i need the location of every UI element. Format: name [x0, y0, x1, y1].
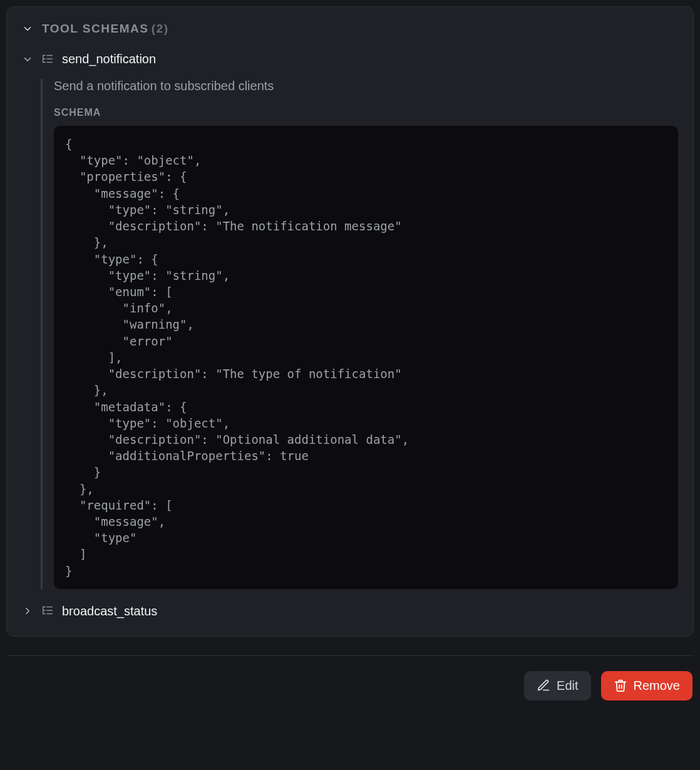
schema-tree-icon [41, 53, 54, 66]
schema-code-block[interactable]: { "type": "object", "properties": { "mes… [54, 126, 678, 589]
remove-button-label: Remove [634, 679, 680, 693]
tool-header[interactable]: broadcast_status [22, 602, 678, 621]
trash-icon [614, 679, 627, 692]
tool-schemas-header[interactable]: TOOL SCHEMAS (2) [22, 22, 678, 36]
section-title-wrap: TOOL SCHEMAS (2) [42, 22, 169, 36]
tool-name: broadcast_status [62, 604, 157, 619]
chevron-down-icon [22, 54, 33, 65]
footer-divider [6, 655, 694, 656]
chevron-right-icon [22, 605, 33, 617]
tool-item-send-notification: send_notification Send a notification to… [22, 49, 678, 589]
edit-button[interactable]: Edit [524, 671, 590, 701]
section-count: (2) [152, 22, 169, 35]
edit-icon [537, 679, 550, 692]
tool-schemas-panel: TOOL SCHEMAS (2) send_notification Send … [6, 6, 694, 637]
tool-header[interactable]: send_notification [22, 49, 678, 69]
schema-label: SCHEMA [54, 107, 678, 118]
footer-actions: Edit Remove [6, 671, 694, 703]
tool-body: Send a notification to subscribed client… [41, 79, 678, 589]
schema-tree-icon [41, 604, 54, 618]
edit-button-label: Edit [557, 679, 578, 693]
tool-description: Send a notification to subscribed client… [54, 79, 678, 93]
section-title: TOOL SCHEMAS [42, 22, 148, 35]
chevron-down-icon [22, 23, 33, 34]
tool-name: send_notification [62, 52, 156, 66]
remove-button[interactable]: Remove [601, 671, 692, 701]
tool-item-broadcast-status: broadcast_status [22, 602, 678, 621]
